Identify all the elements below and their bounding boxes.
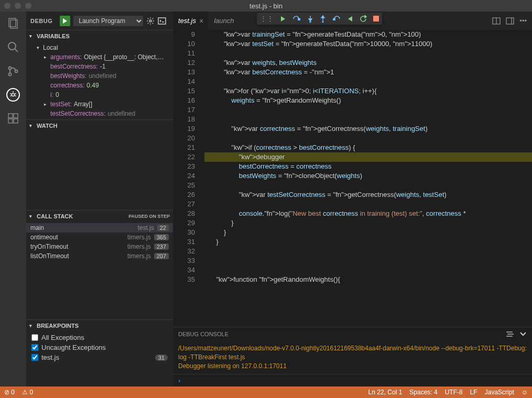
breakpoint-checkbox[interactable] [31,344,38,351]
eol[interactable]: LF [470,389,477,396]
variable-row[interactable]: bestCorrectness: -1 [26,62,173,71]
window-title: test.js - bin [249,2,283,10]
stack-frame[interactable]: tryOnTimeouttimers.js237 [26,242,173,251]
collapse-console-icon[interactable] [519,331,527,337]
tab-test-js[interactable]: test.js× [173,12,209,30]
callstack-header[interactable]: ▾CALL STACKPAUSED ON STEP [26,211,173,222]
variable-row[interactable]: ▸arguments: Object {__proto__: Object,… [26,52,173,62]
breakpoint-row[interactable]: test.js31 [26,352,173,362]
close-icon[interactable]: × [199,17,203,25]
debug-config-select[interactable]: Launch Program [73,16,143,26]
watch-section: ▾WATCH [26,119,173,210]
errors-count[interactable]: ⊘ 0 [4,389,15,396]
svg-marker-20 [281,16,285,21]
tab-launch[interactable]: launch [209,12,239,30]
breakpoint-checkbox[interactable] [31,334,38,341]
warnings-count[interactable]: ⚠ 0 [22,389,33,396]
variables-header[interactable]: ▾VARIABLES [26,30,173,42]
debug-label: DEBUG [30,18,52,24]
grip-icon[interactable]: ⋮⋮ [260,15,274,23]
editor-area: test.js× launch ⋮⋮ ••• 91011121314151617… [173,12,532,386]
step-out-button[interactable] [320,15,326,23]
tabs-row: test.js× launch ⋮⋮ ••• [173,12,532,30]
debug-console-panel: DEBUG CONSOLE /Users/mattzeunert/Downloa… [173,327,532,386]
search-icon[interactable] [6,40,20,54]
stack-frame[interactable]: maintest.js22 [26,223,173,233]
svg-rect-14 [8,119,13,123]
svg-point-18 [149,20,151,22]
svg-point-6 [15,70,18,73]
svg-line-9 [10,93,12,94]
debug-toolbar[interactable]: ⋮⋮ [257,13,382,25]
encoding[interactable]: UTF-8 [445,389,463,396]
variables-section: ▾VARIABLES ▾Local ▸arguments: Object {__… [26,30,173,119]
svg-rect-16 [14,114,18,118]
svg-marker-17 [63,18,67,24]
gear-icon[interactable] [146,17,155,25]
breakpoints-header[interactable]: ▾BREAKPOINTS [26,320,173,331]
close-window[interactable] [4,3,10,9]
breakpoint-row[interactable]: All Exceptions [26,333,173,342]
maximize-window[interactable] [25,3,31,9]
titlebar: test.js - bin [0,0,532,12]
callstack-section: ▾CALL STACKPAUSED ON STEP maintest.js22o… [26,210,173,319]
debug-console-icon[interactable] [158,17,166,25]
svg-rect-36 [506,18,514,24]
variable-row[interactable]: testSetCorrectness: undefined [26,109,173,118]
restart-button[interactable] [360,15,367,23]
layout-icon[interactable] [506,17,514,25]
start-debug-button[interactable] [60,16,70,26]
watch-header[interactable]: ▾WATCH [26,120,173,131]
svg-rect-13 [8,114,13,118]
svg-marker-31 [348,16,352,21]
breakpoint-row[interactable]: Uncaught Exceptions [26,342,173,352]
svg-point-30 [333,18,335,20]
svg-point-2 [8,42,16,50]
variable-row[interactable]: correctness: 0.49 [26,81,173,90]
language[interactable]: JavaScript [485,389,514,396]
explorer-icon[interactable] [6,16,20,30]
debug-sidebar: DEBUG Launch Program ▾VARIABLES ▾Local ▸… [26,12,173,386]
stack-frame[interactable]: listOnTimeouttimers.js207 [26,251,173,261]
breakpoints-section: ▾BREAKPOINTS All ExceptionsUncaught Exce… [26,319,173,363]
variable-row[interactable]: ▸testSet: Array[] [26,100,173,109]
svg-rect-33 [373,16,379,21]
step-back-button[interactable] [332,16,341,22]
svg-line-12 [15,95,16,96]
editor-actions: ••• [492,12,532,30]
console-input[interactable]: › [173,374,532,386]
split-editor-icon[interactable] [492,17,501,25]
svg-line-11 [10,95,12,96]
svg-rect-19 [158,18,166,24]
svg-point-5 [9,73,12,76]
svg-point-4 [9,67,12,70]
continue-button[interactable] [280,16,286,22]
svg-rect-15 [14,119,18,123]
variable-row[interactable]: i: 0 [26,90,173,100]
cursor-position[interactable]: Ln 22, Col 1 [368,389,403,396]
step-into-button[interactable] [307,15,313,23]
traffic-lights [4,3,31,9]
debug-icon[interactable] [6,88,20,102]
step-over-button[interactable] [292,16,301,22]
git-icon[interactable] [6,64,20,79]
svg-marker-32 [365,15,366,18]
breakpoint-checkbox[interactable] [31,354,38,361]
stack-frame[interactable]: ontimeouttimers.js365 [26,233,173,242]
indent[interactable]: Spaces: 4 [409,389,437,396]
feedback-icon[interactable]: ☺ [522,389,528,396]
code-editor[interactable]: 9101112131415161718192021222324252627282… [173,30,532,327]
reverse-button[interactable] [347,16,353,22]
minimize-window[interactable] [15,3,21,9]
svg-line-3 [15,49,18,52]
stop-button[interactable] [373,16,379,21]
console-title: DEBUG CONSOLE [178,331,229,337]
extensions-icon[interactable] [6,111,20,126]
more-icon[interactable]: ••• [519,17,527,25]
svg-line-10 [15,93,16,94]
svg-point-28 [322,21,323,23]
scope-local[interactable]: ▾Local [26,43,173,52]
clear-console-icon[interactable] [506,331,514,337]
debug-header: DEBUG Launch Program [26,12,173,30]
variable-row[interactable]: bestWeights: undefined [26,71,173,81]
